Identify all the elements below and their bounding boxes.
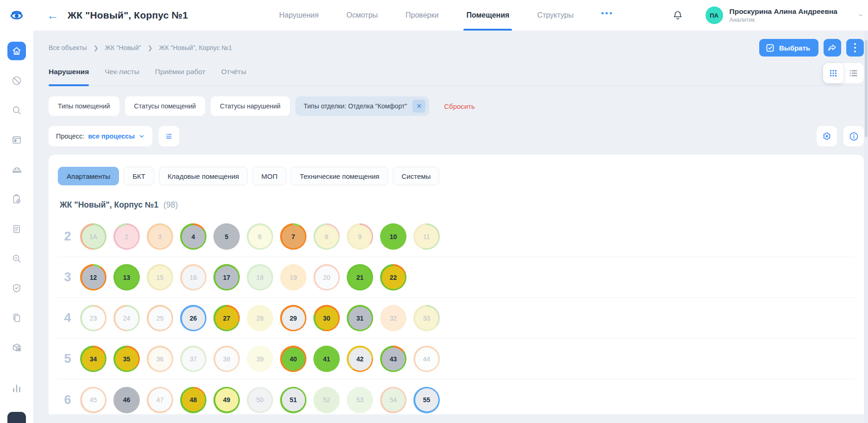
filter-violation-statuses[interactable]: Статусы нарушений (211, 96, 290, 116)
user-avatar[interactable]: ПА (706, 6, 723, 24)
unit-circle[interactable]: 31 (347, 305, 373, 331)
back-arrow-icon[interactable]: ← (44, 6, 62, 25)
unit-circle[interactable]: 50 (247, 387, 273, 413)
sidebar-item-restricted[interactable] (7, 71, 26, 90)
category-storage[interactable]: Кладовые помещения (159, 167, 248, 185)
sidebar-item-checklists[interactable] (7, 220, 26, 238)
unit-circle[interactable]: 18 (247, 264, 273, 290)
unit-circle[interactable]: 12 (80, 264, 106, 290)
sidebar-item-analytics[interactable] (7, 379, 26, 398)
sidebar-item-search[interactable] (7, 101, 26, 120)
select-button[interactable]: Выбрать (759, 39, 818, 57)
page-scrollbar[interactable] (864, 31, 868, 423)
app-logo-eye-icon[interactable] (6, 7, 27, 24)
unit-circle[interactable]: 44 (413, 346, 440, 372)
unit-circle[interactable]: 9 (347, 223, 373, 250)
unit-circle[interactable]: 1А (80, 223, 106, 250)
unit-circle[interactable]: 38 (213, 346, 240, 372)
unit-circle[interactable]: 41 (313, 346, 340, 372)
unit-circle[interactable]: 7 (280, 223, 306, 250)
nav-item-checks[interactable]: Проверки (406, 0, 438, 31)
unit-circle[interactable]: 4 (180, 223, 206, 250)
sidebar-item-documents[interactable] (7, 309, 26, 327)
info-button[interactable] (843, 126, 864, 146)
nav-item-inspections[interactable]: Осмотры (346, 0, 378, 31)
nav-item-structures[interactable]: Структуры (537, 0, 574, 31)
unit-circle[interactable]: 52 (313, 387, 340, 413)
unit-circle[interactable]: 30 (313, 305, 340, 331)
unit-circle[interactable]: 48 (180, 387, 206, 413)
tab-violations[interactable]: Нарушения (49, 65, 89, 86)
unit-circle[interactable]: 39 (247, 346, 273, 372)
unit-circle[interactable]: 17 (213, 264, 240, 290)
unit-circle[interactable]: 29 (280, 305, 306, 331)
unit-circle[interactable]: 19 (280, 264, 306, 290)
unit-circle[interactable]: 25 (147, 305, 173, 331)
unit-circle[interactable]: 35 (113, 346, 140, 372)
filter-applied-finish-type[interactable]: Типы отделки: Отделка "Комфорт" ✕ (295, 96, 429, 116)
sidebar-item-construction[interactable] (7, 160, 26, 179)
unit-circle[interactable]: 11 (413, 223, 440, 250)
category-systems[interactable]: Системы (393, 167, 439, 185)
unit-circle[interactable]: 32 (380, 305, 406, 331)
category-bkt[interactable]: БКТ (124, 167, 154, 185)
unit-circle[interactable]: 36 (147, 346, 173, 372)
unit-circle[interactable]: 28 (247, 305, 273, 331)
more-actions-button[interactable] (846, 39, 864, 57)
category-mop[interactable]: МОП (252, 167, 286, 185)
nav-item-premises[interactable]: Помещения (466, 0, 509, 31)
unit-circle[interactable]: 51 (280, 387, 306, 413)
category-technical[interactable]: Технические помещения (291, 167, 388, 185)
settings-button[interactable] (817, 126, 837, 146)
share-button[interactable] (824, 39, 841, 57)
tab-reports[interactable]: Отчёты (221, 65, 246, 86)
unit-circle[interactable]: 8 (313, 223, 340, 250)
unit-circle[interactable]: 45 (80, 387, 106, 413)
user-menu-chevron-icon[interactable] (858, 13, 863, 18)
unit-circle[interactable]: 33 (413, 305, 440, 331)
unit-circle[interactable]: 55 (413, 387, 440, 413)
breadcrumb-complex[interactable]: ЖК "Новый" (105, 44, 141, 51)
unit-circle[interactable]: 24 (113, 305, 140, 331)
unit-circle[interactable]: 47 (147, 387, 173, 413)
list-view-button[interactable] (843, 63, 864, 83)
unit-circle[interactable]: 26 (180, 305, 206, 331)
sidebar-bottom-tile[interactable] (7, 412, 26, 423)
sidebar-item-inspections[interactable] (7, 249, 26, 268)
notifications-bell-icon[interactable] (668, 6, 687, 25)
unit-circle[interactable]: 23 (80, 305, 106, 331)
sidebar-item-boards[interactable] (7, 131, 26, 149)
unit-circle[interactable]: 34 (80, 346, 106, 372)
tab-checklists[interactable]: Чек-листы (105, 65, 139, 86)
unit-circle[interactable]: 15 (147, 264, 173, 290)
filter-room-types[interactable]: Типы помещений (49, 96, 119, 116)
unit-circle[interactable]: 16 (180, 264, 206, 290)
unit-circle[interactable]: 54 (380, 387, 406, 413)
sort-button[interactable] (159, 126, 179, 146)
filter-room-statuses[interactable]: Статусы помещений (125, 96, 206, 116)
unit-circle[interactable]: 49 (213, 387, 240, 413)
unit-circle[interactable]: 22 (380, 264, 406, 290)
user-block[interactable]: Проскурина Алина Андреевна Аналитик (730, 7, 837, 23)
sidebar-item-safety[interactable] (7, 279, 26, 297)
unit-circle[interactable]: 5 (213, 223, 240, 250)
unit-circle[interactable]: 13 (113, 264, 140, 290)
unit-circle[interactable]: 40 (280, 346, 306, 372)
breadcrumb-building[interactable]: ЖК "Новый", Корпус №1 (159, 44, 232, 51)
unit-circle[interactable]: 43 (380, 346, 406, 372)
unit-circle[interactable]: 42 (347, 346, 373, 372)
sidebar-item-home[interactable] (7, 42, 26, 60)
tab-work-acceptance[interactable]: Приёмки работ (155, 65, 206, 86)
unit-circle[interactable]: 21 (347, 264, 373, 290)
category-apartments[interactable]: Апартаменты (58, 167, 119, 185)
breadcrumb-all-objects[interactable]: Все объекты (49, 44, 87, 51)
unit-circle[interactable]: 37 (180, 346, 206, 372)
remove-filter-icon[interactable]: ✕ (412, 100, 425, 113)
unit-circle[interactable]: 2 (113, 223, 140, 250)
unit-circle[interactable]: 46 (113, 387, 140, 413)
unit-circle[interactable]: 53 (347, 387, 373, 413)
grid-view-button[interactable] (823, 63, 843, 83)
unit-circle[interactable]: 20 (313, 264, 340, 290)
unit-circle[interactable]: 27 (213, 305, 240, 331)
nav-item-violations[interactable]: Нарушения (279, 0, 318, 31)
